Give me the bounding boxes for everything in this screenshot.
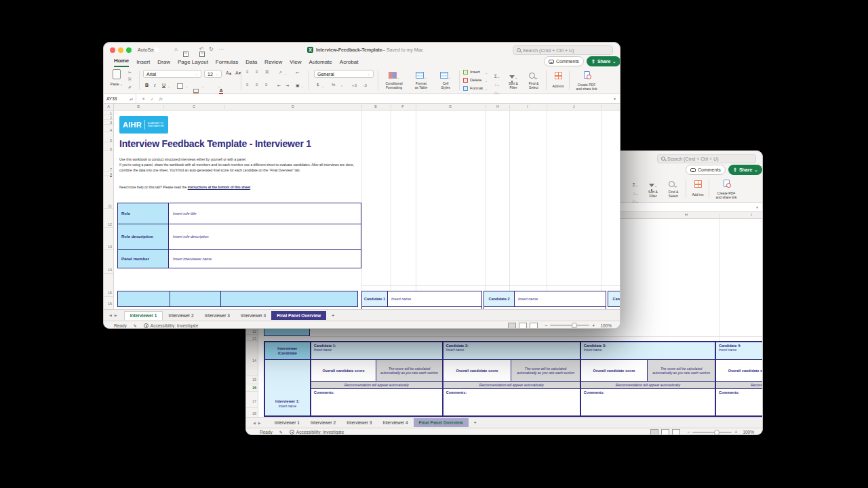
zoom-in-button[interactable]: + bbox=[734, 430, 737, 434]
redo-icon[interactable]: ↻ bbox=[209, 46, 214, 52]
sheet-tab-interviewer-1[interactable]: Interviewer 1 bbox=[124, 311, 163, 320]
underline-button[interactable]: U bbox=[162, 83, 165, 87]
increase-decimal-icon[interactable]: +.0 bbox=[352, 83, 357, 87]
interviewer-1-cell[interactable]: Interviewer 1: Insert name bbox=[265, 360, 311, 415]
borders-icon[interactable] bbox=[177, 83, 183, 89]
page-break-view-button[interactable] bbox=[530, 323, 538, 329]
increase-indent-icon[interactable]: ⇥ bbox=[285, 83, 289, 87]
candidate-3-group[interactable]: Candidate 3 bbox=[608, 291, 620, 307]
column-header[interactable]: J bbox=[573, 104, 575, 108]
number-format-select[interactable]: General⌄ bbox=[314, 70, 374, 78]
home-icon[interactable]: ⌂ bbox=[174, 46, 178, 52]
candidate-1-header[interactable]: Candidate 1: Insert name bbox=[311, 342, 443, 359]
recommendation-cell[interactable]: Recommendation will appear automatically bbox=[443, 382, 580, 389]
save-icon[interactable] bbox=[183, 52, 189, 57]
recommendation-cell[interactable]: Recommendation will appear automatically bbox=[311, 382, 442, 389]
rating-table-fragment[interactable] bbox=[117, 291, 358, 307]
column-header[interactable]: B bbox=[137, 104, 140, 108]
normal-view-button[interactable] bbox=[650, 429, 658, 435]
decrease-indent-icon[interactable]: ⇤ bbox=[277, 83, 281, 87]
row-number[interactable]: 12 bbox=[108, 222, 112, 226]
column-header[interactable]: D bbox=[292, 104, 294, 108]
column-header[interactable]: H bbox=[496, 104, 499, 108]
more-icon[interactable]: ⋯ bbox=[218, 46, 224, 52]
format-cells-button[interactable]: Format bbox=[470, 86, 483, 90]
decrease-font-icon[interactable]: A▾ bbox=[235, 70, 241, 76]
chevron-down-icon[interactable]: ⌄ bbox=[185, 84, 188, 88]
column-header[interactable]: G bbox=[449, 104, 452, 108]
pen-icon[interactable]: ✎ bbox=[279, 430, 283, 434]
role-value-cell[interactable]: Insert role title bbox=[169, 203, 361, 224]
sheet-next-arrow[interactable]: ▶ bbox=[258, 421, 261, 425]
find-select-button[interactable]: ⌄ Find &Select bbox=[664, 178, 683, 198]
currency-icon[interactable]: $ bbox=[317, 83, 319, 87]
role-description-value-cell[interactable]: Insert role description bbox=[169, 224, 361, 249]
spreadsheet-grid-front[interactable]: 1 2 3 4 5 6 7 9 11 12 13 14 15 16 bbox=[104, 110, 620, 309]
row-number[interactable]: 18 bbox=[252, 411, 256, 415]
candidate-1-group[interactable]: Candidate 1 Insert name bbox=[361, 291, 482, 307]
tab-review[interactable]: Review bbox=[264, 59, 282, 67]
sheet-tab-final-panel-overview[interactable]: Final Panel Overview bbox=[414, 418, 469, 427]
comments-button[interactable]: Comments bbox=[544, 56, 584, 66]
copy-icon[interactable]: ⎘ bbox=[128, 77, 132, 82]
decrease-decimal-icon[interactable]: -.0 bbox=[363, 83, 367, 87]
comments-cell[interactable]: Comments: bbox=[716, 389, 763, 415]
zoom-slider-knob[interactable] bbox=[572, 323, 577, 328]
zoom-level[interactable]: 100% bbox=[600, 323, 612, 328]
enter-icon[interactable]: ✓ bbox=[151, 96, 154, 101]
create-pdf-button[interactable]: Create PDFand share link bbox=[572, 69, 601, 91]
chevron-down-icon[interactable]: ⌄ bbox=[485, 70, 488, 75]
delete-cells-button[interactable]: Delete bbox=[470, 78, 481, 82]
row-number[interactable]: 17 bbox=[252, 399, 256, 403]
status-accessibility[interactable]: Accessibility: Investigate bbox=[151, 323, 198, 328]
column-header[interactable]: C bbox=[193, 104, 195, 108]
font-color-icon[interactable]: A bbox=[219, 88, 222, 93]
row-number[interactable]: 14 bbox=[108, 268, 112, 272]
cut-icon[interactable]: ✂ bbox=[128, 70, 132, 75]
overall-score-cell[interactable]: Overall candidate score bbox=[311, 360, 377, 381]
zoom-slider[interactable] bbox=[550, 325, 589, 326]
sheet-tab-interviewer-3[interactable]: Interviewer 3 bbox=[199, 311, 235, 320]
name-box[interactable]: AY33 ▴▾ bbox=[104, 94, 136, 103]
candidate-2-group[interactable]: Candidate 2 Insert name bbox=[484, 291, 606, 307]
align-bottom-icon[interactable]: ≡ bbox=[265, 70, 269, 74]
align-middle-icon[interactable]: ≡ bbox=[256, 70, 258, 74]
cancel-icon[interactable]: ✕ bbox=[142, 96, 145, 101]
row-number[interactable]: 12 bbox=[252, 329, 256, 333]
column-header[interactable]: I bbox=[527, 104, 528, 108]
share-button[interactable]: ⇧ Share ⌄ bbox=[728, 165, 762, 175]
tab-draw[interactable]: Draw bbox=[157, 59, 170, 67]
paste-button[interactable]: Paste ⌄ bbox=[108, 69, 125, 86]
saved-status[interactable]: — Saved to my Mac bbox=[380, 47, 423, 52]
bold-button[interactable]: B bbox=[145, 83, 149, 87]
sheet-tab-interviewer-2[interactable]: Interviewer 2 bbox=[305, 418, 341, 427]
status-accessibility[interactable]: Accessibility: Investigate bbox=[296, 430, 344, 434]
wrap-text-icon[interactable]: ↩ bbox=[296, 70, 299, 75]
fx-icon[interactable]: fx bbox=[159, 96, 163, 101]
format-painter-icon[interactable]: ✐ bbox=[128, 85, 132, 89]
sheet-next-arrow[interactable]: ▶ bbox=[115, 313, 117, 317]
tab-home[interactable]: Home bbox=[114, 58, 129, 67]
overall-score-cell[interactable]: Overall candidate score bbox=[716, 360, 763, 381]
panel-member-value-cell[interactable]: Insert interviewer name bbox=[169, 250, 361, 268]
column-header[interactable]: E bbox=[374, 104, 377, 108]
formula-bar-collapse-icon[interactable]: ▾ bbox=[614, 96, 616, 101]
chevron-down-icon[interactable]: ⌄ bbox=[167, 84, 170, 88]
comments-cell[interactable]: Comments: bbox=[311, 389, 442, 415]
percent-icon[interactable]: % bbox=[332, 83, 335, 87]
comments-button[interactable]: Comments bbox=[686, 165, 726, 175]
zoom-in-button[interactable]: + bbox=[592, 323, 595, 328]
sheet-prev-arrow[interactable]: ◀ bbox=[253, 421, 256, 425]
recommendation-cell[interactable]: Recommendation will appear automatically bbox=[716, 382, 763, 389]
chevron-down-icon[interactable]: ⌄ bbox=[485, 87, 488, 91]
column-header[interactable]: H bbox=[685, 213, 688, 217]
candidate-3-header[interactable]: Candidate 3: Insert name bbox=[581, 342, 716, 359]
row-number[interactable]: 13 bbox=[108, 245, 112, 249]
column-header[interactable]: I bbox=[751, 213, 752, 217]
add-sheet-button[interactable]: + bbox=[469, 418, 482, 427]
zoom-window-button[interactable] bbox=[126, 47, 132, 53]
overall-score-cell[interactable]: Overall candidate score bbox=[581, 360, 648, 381]
overall-score-cell[interactable]: Overall candidate score bbox=[443, 360, 512, 381]
sort-filter-button[interactable]: ⌄ Sort &Filter bbox=[644, 178, 663, 198]
sheet-tab-interviewer-4[interactable]: Interviewer 4 bbox=[235, 311, 271, 320]
